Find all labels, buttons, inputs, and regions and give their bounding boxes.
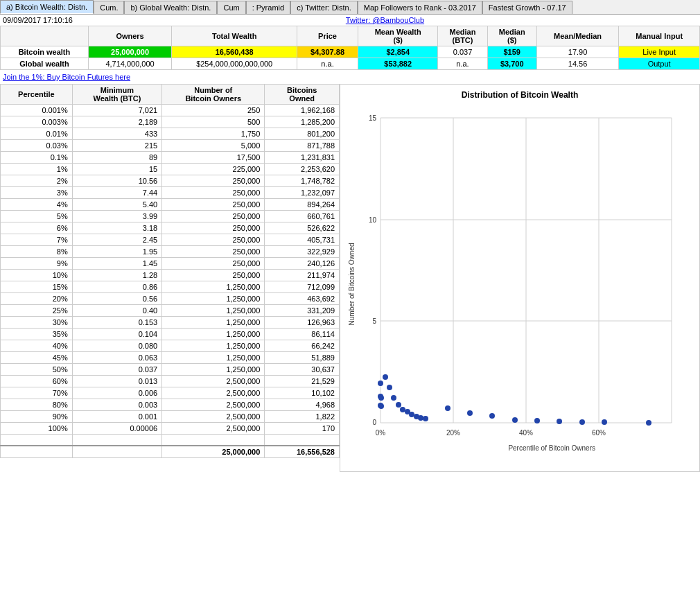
cell-18-3: 126,963 [265, 317, 340, 329]
cell-9-3: 660,761 [265, 211, 340, 222]
point-20 [557, 419, 562, 424]
cell-18-0: 30% [1, 317, 73, 329]
x-label-20pct: 20% [446, 429, 460, 437]
tab-cum1[interactable]: Cum. [94, 1, 124, 14]
cell-10-0: 6% [1, 222, 73, 234]
table-row: 40%0.0801,250,00066,242 [1, 340, 340, 352]
bitcoin-median-btc: 0.037 [438, 46, 487, 58]
cell-16-3: 463,692 [265, 293, 340, 305]
cell-8-3: 894,264 [265, 199, 340, 211]
cell-11-0: 7% [1, 234, 73, 246]
cell-1-1: 2,189 [72, 116, 161, 128]
col-mean-median: Mean/Median [536, 26, 619, 46]
x-label-40pct: 40% [519, 429, 533, 437]
cell-9-0: 5% [1, 211, 73, 222]
cell-5-1: 15 [72, 164, 161, 175]
cell-6-1: 10.56 [72, 175, 161, 187]
cell-10-1: 3.18 [72, 222, 161, 234]
cell-1-2: 500 [162, 116, 265, 128]
cell-13-1: 1.45 [72, 258, 161, 270]
cell-10-3: 526,622 [265, 222, 340, 234]
tab-global-wealth[interactable]: b) Global Wealth: Distn. [124, 1, 217, 14]
cell-26-3: 1,822 [265, 411, 340, 423]
cell-14-1: 1.28 [72, 270, 161, 281]
cell-14-2: 250,000 [162, 270, 265, 281]
cell-17-1: 0.40 [72, 305, 161, 317]
tab-cum2[interactable]: Cum [217, 1, 245, 14]
twitter-link[interactable]: Twitter: @BambouClub [346, 16, 424, 24]
cell-4-1: 89 [72, 152, 161, 164]
cell-0-0: 0.001% [1, 105, 73, 116]
cell-19-1: 0.104 [72, 329, 161, 340]
point-17 [489, 413, 495, 419]
table-row: 15%0.861,250,000712,099 [1, 281, 340, 293]
col-manual-input: Manual Input [619, 26, 700, 46]
global-output: Output [619, 58, 700, 70]
summary-table: Owners Total Wealth Price Mean Wealth($)… [0, 26, 700, 70]
table-row: 7%2.45250,000405,731 [1, 234, 340, 246]
table-row: 0.01%4331,750801,200 [1, 128, 340, 140]
cell-3-0: 0.03% [1, 140, 73, 152]
x-label-0pct: 0% [376, 429, 386, 437]
cell-7-0: 3% [1, 187, 73, 199]
global-owners: 4,714,000,000 [88, 58, 171, 70]
th-num-owners: Number ofBitcoin Owners [162, 85, 265, 105]
bitcoin-median-usd: $159 [487, 46, 536, 58]
cell-17-2: 1,250,000 [162, 305, 265, 317]
row-global-label: Global wealth [1, 58, 89, 70]
cell-16-0: 20% [1, 293, 73, 305]
table-row: 0.1%8917,5001,231,831 [1, 152, 340, 164]
point-16 [467, 410, 473, 416]
point-13 [418, 415, 423, 421]
table-row: 1%15225,0002,253,620 [1, 164, 340, 175]
chart-container: Distribution of Bitcoin Wealth Number of… [340, 84, 700, 472]
cell-27-0: 100% [1, 423, 73, 435]
cell-12-2: 250,000 [162, 246, 265, 258]
x-label-60pct: 60% [592, 429, 606, 437]
cell-26-0: 90% [1, 411, 73, 423]
bitcoin-mean-median: 17.90 [536, 46, 619, 58]
total-cell-1 [72, 446, 161, 458]
point-6 [387, 385, 392, 390]
tab-twitter[interactable]: c) Twitter: Distn. [290, 1, 358, 14]
table-row: 60%0.0132,500,00021,529 [1, 376, 340, 387]
tab-bitcoin-wealth[interactable]: a) Bitcoin Wealth: Distn. [0, 0, 94, 14]
cell-2-3: 801,200 [265, 128, 340, 140]
cell-22-3: 30,637 [265, 364, 340, 376]
point-18 [512, 417, 518, 423]
cell-0-2: 250 [162, 105, 265, 116]
total-row: 25,000,00016,556,528 [1, 446, 340, 458]
tab-map-followers[interactable]: Map Followers to Rank - 03.2017 [358, 1, 482, 14]
cell-5-0: 1% [1, 164, 73, 175]
cell-17-3: 331,209 [265, 305, 340, 317]
bitcoin-price: $4,307.88 [297, 46, 358, 58]
table-row: 45%0.0631,250,00051,889 [1, 352, 340, 364]
cell-6-3: 1,748,782 [265, 175, 340, 187]
cell-18-2: 1,250,000 [162, 317, 265, 329]
table-row: 90%0.0012,500,0001,822 [1, 411, 340, 423]
empty-cell [72, 435, 161, 446]
tab-fastest-growth[interactable]: Fastest Growth - 07.17 [482, 1, 572, 14]
global-price: n.a. [297, 58, 358, 70]
point-4 [378, 395, 384, 401]
empty-cell [265, 435, 340, 446]
table-row: 25%0.401,250,000331,209 [1, 305, 340, 317]
buy-futures-link[interactable]: Join the 1%: Buy Bitcoin Futures here [3, 73, 130, 81]
tab-pyramid[interactable]: : Pyramid [246, 1, 290, 14]
global-mean-wealth: $53,882 [358, 58, 438, 70]
cell-8-1: 5.40 [72, 199, 161, 211]
cell-6-2: 250,000 [162, 175, 265, 187]
cell-24-3: 10,102 [265, 387, 340, 399]
cell-21-2: 1,250,000 [162, 352, 265, 364]
table-row: 30%0.1531,250,000126,963 [1, 317, 340, 329]
data-table: Percentile MinimumWealth (BTC) Number of… [0, 84, 340, 458]
bitcoin-live-input[interactable]: Live Input [619, 46, 700, 58]
cell-0-1: 7,021 [72, 105, 161, 116]
cell-14-0: 10% [1, 270, 73, 281]
cell-0-3: 1,962,168 [265, 105, 340, 116]
bitcoin-total-wealth: 16,560,438 [172, 46, 297, 58]
cell-27-1: 0.00006 [72, 423, 161, 435]
cell-26-1: 0.001 [72, 411, 161, 423]
cell-7-2: 250,000 [162, 187, 265, 199]
cell-19-2: 1,250,000 [162, 329, 265, 340]
